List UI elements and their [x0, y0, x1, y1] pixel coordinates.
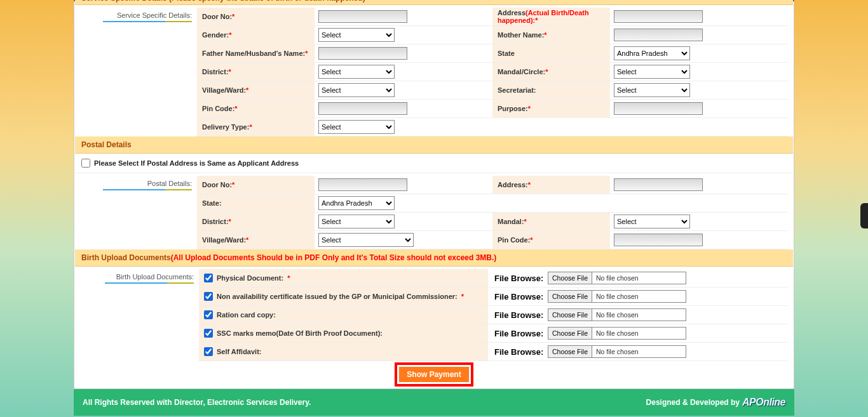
postal-address-input[interactable] [614, 178, 703, 191]
file-chooser[interactable]: Choose FileNo file chosen [548, 345, 686, 358]
postal-pincode-input[interactable] [614, 234, 703, 246]
upload-docs-header: Birth Upload Documents(All Upload Docume… [75, 249, 793, 267]
upload-docs-side-label: Birth Upload Documents: [75, 269, 199, 361]
choose-file-button[interactable]: Choose File [548, 328, 592, 339]
service-father-husband-input[interactable] [318, 47, 407, 60]
label-district: District:* [197, 63, 315, 81]
service-specific-side-label: Service Specific Details: [75, 8, 197, 136]
upload-item-label: Ration card copy: [199, 306, 488, 324]
label-postal-address: Address:* [492, 176, 610, 194]
upload-item-label: Self Affidavit: [199, 343, 488, 361]
choose-file-button[interactable]: Choose File [548, 272, 592, 284]
label-address: Address(Actual Birth/Death happened):* [492, 8, 610, 25]
service-specific-body: Service Specific Details: Door No:* Addr… [75, 5, 793, 136]
upload-row: Self Affidavit:File BrowseChoose FileNo … [199, 343, 788, 361]
footer-right-text: Designed & Developed by [646, 398, 740, 407]
upload-item-label: Non availability certificate issued by t… [199, 288, 488, 305]
upload-item-checkbox[interactable] [204, 274, 213, 282]
file-status-text: No file chosen [592, 274, 639, 282]
label-purpose: Purpose:* [492, 100, 610, 117]
file-browse-label: File Browse [488, 329, 545, 338]
file-browse-label: File Browse [488, 292, 545, 301]
postal-door-no-input[interactable] [318, 178, 407, 191]
service-gender-select[interactable]: Select [318, 28, 395, 42]
label-postal-district: District:* [197, 213, 315, 230]
file-browse-label: File Browse [488, 310, 545, 320]
file-status-text: No file chosen [592, 329, 639, 337]
upload-row: Ration card copy:File BrowseChoose FileN… [199, 306, 788, 324]
action-bar: Show Payment [75, 361, 793, 388]
label-gender: Gender:* [197, 26, 315, 44]
service-district-select[interactable]: Select [318, 65, 395, 79]
service-specific-header: Service Specific Details (Please specify… [75, 0, 793, 5]
service-door-no-input[interactable] [318, 10, 407, 23]
file-chooser[interactable]: Choose FileNo file chosen [548, 308, 686, 321]
service-state-select[interactable]: Andhra Pradesh [614, 46, 690, 60]
file-chooser[interactable]: Choose FileNo file chosen [548, 327, 686, 340]
footer-left: All Rights Reserved with Director, Elect… [83, 398, 311, 407]
service-village-select[interactable]: Select [318, 83, 395, 97]
postal-details-header: Postal Details [75, 136, 793, 154]
upload-item-label: SSC marks memo(Date Of Birth Proof Docum… [199, 324, 488, 342]
label-state: State [492, 44, 610, 62]
upload-item-checkbox[interactable] [204, 310, 213, 319]
label-father-husband: Father Name/Husband's Name:* [197, 44, 315, 62]
form-container: Service Specific Details (Please specify… [74, 1, 794, 389]
service-mandal-select[interactable]: Select [614, 65, 690, 79]
upload-docs-body: Birth Upload Documents: Physical Documen… [75, 267, 793, 361]
label-postal-state: State: [197, 194, 315, 212]
label-delivery-type: Delivery Type:* [197, 118, 315, 136]
choose-file-button[interactable]: Choose File [548, 346, 592, 357]
label-mandal: Mandal/Circle:* [492, 63, 610, 81]
label-village-ward: Village/Ward:* [197, 81, 315, 99]
label-postal-door-no: Door No:* [197, 176, 315, 194]
label-secretariat: Secretariat: [492, 81, 610, 99]
file-status-text: No file chosen [592, 348, 639, 355]
upload-item-checkbox[interactable] [204, 292, 213, 301]
service-purpose-input[interactable] [614, 102, 703, 115]
upload-item-checkbox[interactable] [204, 347, 213, 356]
footer: All Rights Reserved with Director, Elect… [74, 389, 794, 416]
upload-row: Physical Document:*File BrowseChoose Fil… [199, 269, 788, 288]
service-delivery-type-select[interactable]: Select [318, 120, 395, 134]
postal-same-as-applicant-checkbox[interactable] [81, 159, 90, 168]
choose-file-button[interactable]: Choose File [548, 291, 592, 302]
postal-same-as-applicant-label: Please Select If Postal Address is Same … [94, 159, 299, 167]
label-mother-name: Mother Name:* [492, 26, 610, 44]
choose-file-button[interactable]: Choose File [548, 309, 592, 321]
label-postal-pincode: Pin Code:* [492, 231, 610, 249]
service-pincode-input[interactable] [318, 102, 407, 115]
service-secretariat-select[interactable]: Select [614, 83, 690, 97]
label-door-no: Door No:* [197, 8, 315, 25]
postal-details-side-label: Postal Details: [75, 176, 197, 249]
postal-details-body: Postal Details: Door No:* Address:* Stat… [75, 173, 793, 249]
upload-item-checkbox[interactable] [204, 329, 213, 338]
label-postal-mandal: Mandal:* [492, 213, 610, 230]
upload-item-label: Physical Document:* [199, 269, 488, 287]
file-chooser[interactable]: Choose FileNo file chosen [548, 272, 686, 284]
file-status-text: No file chosen [592, 293, 639, 300]
file-status-text: No file chosen [592, 311, 639, 319]
postal-district-select[interactable]: Select [318, 215, 395, 228]
show-payment-button[interactable]: Show Payment [398, 366, 469, 383]
label-postal-village: Village/Ward:* [197, 231, 315, 249]
postal-village-select[interactable]: Select [318, 233, 414, 247]
postal-state-select[interactable]: Andhra Pradesh [318, 196, 395, 210]
file-chooser[interactable]: Choose FileNo file chosen [548, 290, 686, 303]
browser-side-widget[interactable] [860, 203, 868, 228]
service-address-input[interactable] [614, 10, 703, 23]
upload-row: SSC marks memo(Date Of Birth Proof Docum… [199, 324, 788, 343]
upload-row: Non availability certificate issued by t… [199, 288, 788, 306]
footer-brand-logo: APOnline [742, 397, 785, 408]
file-browse-label: File Browse [488, 347, 545, 357]
file-browse-label: File Browse [488, 274, 545, 283]
postal-mandal-select[interactable]: Select [614, 215, 690, 228]
label-pincode: Pin Code:* [197, 100, 315, 117]
service-mother-name-input[interactable] [614, 29, 703, 41]
postal-same-as-applicant-row: Please Select If Postal Address is Same … [75, 154, 793, 173]
